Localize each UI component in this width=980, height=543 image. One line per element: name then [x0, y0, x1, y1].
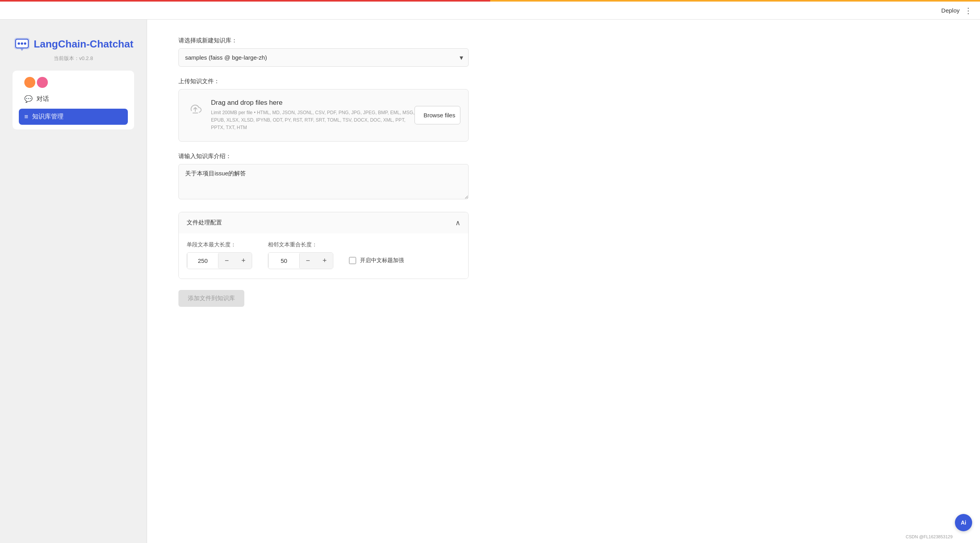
footer-watermark: CSDN @FL1623853129 — [906, 534, 953, 539]
drag-drop-text: Drag and drop files here — [211, 99, 415, 107]
desc-label: 请输入知识库介绍： — [178, 153, 469, 160]
adjacent-overlap-stepper: 50 − + — [268, 252, 333, 269]
sidebar-item-chat-label: 对话 — [36, 95, 49, 103]
ai-badge[interactable]: Ai — [955, 514, 972, 531]
kb-select-label: 请选择或新建知识库： — [178, 37, 469, 44]
chinese-title-label: 开启中文标题加强 — [360, 257, 404, 264]
single-max-length-stepper: 250 − + — [187, 252, 252, 269]
kb-select[interactable]: samples (faiss @ bge-large-zh) — [178, 48, 469, 67]
svg-point-3 — [18, 42, 20, 45]
desc-textarea[interactable]: 关于本项目issue的解答 — [178, 164, 469, 199]
logo-icon — [13, 35, 31, 53]
chinese-title-group: 开启中文标题加强 — [349, 257, 404, 264]
main-content: 请选择或新建知识库： samples (faiss @ bge-large-zh… — [147, 0, 980, 543]
upload-area[interactable]: Drag and drop files here Limit 200MB per… — [178, 89, 469, 142]
header-actions: Deploy ⋮ — [941, 6, 972, 15]
adjacent-overlap-decrement[interactable]: − — [300, 253, 316, 269]
adjacent-overlap-value: 50 — [268, 253, 300, 268]
chinese-title-checkbox[interactable] — [349, 257, 356, 264]
config-header[interactable]: 文件处理配置 ∧ — [179, 212, 468, 233]
more-menu-button[interactable]: ⋮ — [964, 6, 972, 15]
config-section: 文件处理配置 ∧ 单段文本最大长度： 250 − + — [178, 212, 469, 279]
svg-point-4 — [21, 42, 23, 45]
single-max-length-increment[interactable]: + — [235, 253, 252, 269]
chat-icon: 💬 — [24, 95, 33, 103]
browse-files-button[interactable]: Browse files — [415, 106, 460, 124]
top-color-bar — [0, 0, 980, 2]
content-area: 请选择或新建知识库： samples (faiss @ bge-large-zh… — [147, 21, 500, 323]
single-max-length-decrement[interactable]: − — [218, 253, 235, 269]
config-body: 单段文本最大长度： 250 − + 相邻文本重合长度： 50 − — [179, 233, 468, 279]
single-max-length-label: 单段文本最大长度： — [187, 241, 252, 248]
nav-card: 💬 对话 ≡ 知识库管理 — [13, 71, 134, 129]
single-max-length-field: 单段文本最大长度： 250 − + — [187, 241, 252, 269]
sidebar-item-kb-label: 知识库管理 — [32, 113, 64, 121]
submit-button[interactable]: 添加文件到知识库 — [178, 290, 244, 307]
config-title: 文件处理配置 — [187, 219, 222, 226]
header-bar: Deploy ⋮ — [0, 2, 980, 20]
version-text: 当前版本：v0.2.8 — [54, 55, 93, 62]
logo-text: LangChain-Chatchat — [34, 38, 133, 50]
avatar-orange — [24, 77, 35, 88]
upload-text-area: Drag and drop files here Limit 200MB per… — [211, 99, 415, 132]
config-row: 单段文本最大长度： 250 − + 相邻文本重合长度： 50 − — [187, 241, 460, 269]
deploy-button[interactable]: Deploy — [941, 7, 960, 14]
kb-select-wrapper: samples (faiss @ bge-large-zh) ▾ — [178, 48, 469, 67]
adjacent-overlap-label: 相邻文本重合长度： — [268, 241, 333, 248]
svg-point-5 — [24, 42, 26, 45]
kb-icon: ≡ — [24, 113, 28, 121]
single-max-length-value: 250 — [187, 253, 218, 268]
logo-area: LangChain-Chatchat — [13, 35, 133, 53]
sidebar-item-chat[interactable]: 💬 对话 — [19, 91, 128, 107]
sidebar: × LangChain-Chatchat 当前版本：v0.2.8 💬 对话 — [0, 0, 147, 543]
upload-hint: Limit 200MB per file • HTML, MD, JSON, J… — [211, 109, 415, 132]
adjacent-overlap-increment[interactable]: + — [316, 253, 333, 269]
config-chevron-icon: ∧ — [455, 219, 460, 227]
avatar-group — [24, 77, 48, 88]
upload-left: Drag and drop files here Limit 200MB per… — [187, 99, 415, 132]
upload-label: 上传知识文件： — [178, 78, 469, 85]
avatar-pink — [37, 77, 48, 88]
cloud-upload-icon — [187, 100, 204, 121]
adjacent-overlap-field: 相邻文本重合长度： 50 − + — [268, 241, 333, 269]
sidebar-item-kb[interactable]: ≡ 知识库管理 — [19, 109, 128, 125]
